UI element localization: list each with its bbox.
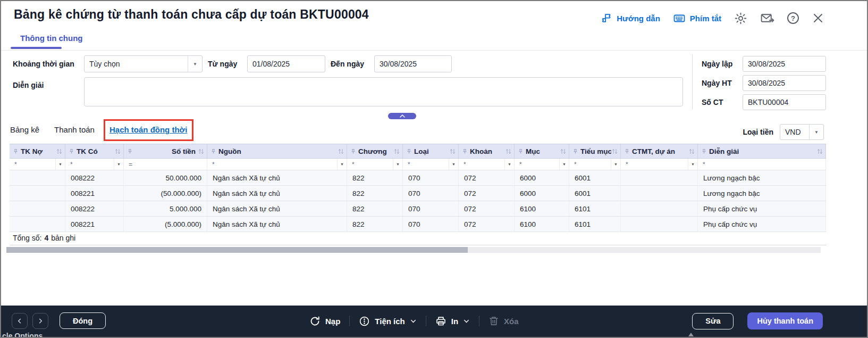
filter-dropdown-icon[interactable]: ▼ [449, 159, 458, 170]
mail-send-icon[interactable] [760, 12, 774, 25]
column-header[interactable]: Chương [347, 144, 403, 158]
description-textarea[interactable] [84, 77, 683, 106]
table-cell: 822 [347, 217, 403, 232]
period-select[interactable]: Tùy chọn [84, 55, 203, 72]
filter-cell[interactable]: *▼ [347, 159, 403, 170]
sort-icon[interactable] [198, 148, 205, 155]
close-icon[interactable] [812, 12, 824, 24]
currency-select-value: VND [780, 125, 809, 139]
filter-dropdown-icon[interactable]: ▼ [114, 159, 123, 170]
detail-tabs: Bảng kê Thanh toán Hạch toán đồng thời [10, 125, 187, 134]
filter-cell[interactable]: *▼ [569, 159, 621, 170]
sort-icon[interactable] [688, 148, 695, 155]
scroll-arrow-artifact [688, 333, 694, 336]
filter-cell[interactable]: *▼ [515, 159, 569, 170]
posting-date-input[interactable] [743, 75, 826, 91]
filter-operator: * [459, 159, 504, 170]
to-date-input[interactable] [374, 55, 452, 72]
column-header[interactable]: CTMT, dự án [621, 144, 698, 158]
tab-general-info[interactable]: Thông tin chung [20, 34, 82, 43]
sort-icon[interactable] [816, 148, 823, 155]
table-row[interactable]: 0082225.000.000Ngân sách Xã tự chủ822070… [10, 201, 826, 217]
column-header[interactable]: Tiểu mục [569, 144, 621, 158]
table-row[interactable]: 008221(5.000.000)Ngân sách Xã tự chủ8220… [10, 217, 826, 232]
reload-button[interactable]: Nạp [309, 316, 340, 327]
tab-hach-toan-label: Hạch toán đồng thời [109, 125, 187, 134]
filter-cell[interactable]: * [698, 159, 826, 170]
filter-operator: * [347, 159, 393, 170]
column-label: Chương [356, 147, 393, 155]
filter-cell[interactable]: *▼ [459, 159, 515, 170]
tab-hach-toan-dong-thoi[interactable]: Hạch toán đồng thời [109, 125, 187, 134]
utilities-button[interactable]: Tiện ích [359, 316, 416, 327]
sort-icon[interactable] [114, 148, 121, 155]
doc-number-input[interactable] [743, 94, 826, 110]
chevron-down-icon [410, 318, 417, 325]
sort-icon[interactable] [393, 148, 400, 155]
filter-dropdown-icon[interactable]: ▼ [611, 159, 620, 170]
shortcuts-link[interactable]: Phím tắt [673, 12, 721, 24]
sort-icon[interactable] [338, 148, 344, 155]
filter-cell[interactable]: *▼ [207, 159, 347, 170]
close-button[interactable]: Đóng [60, 312, 106, 329]
sort-icon[interactable] [560, 148, 567, 155]
currency-select[interactable]: VND [780, 124, 824, 140]
gear-icon[interactable] [734, 12, 747, 25]
filter-dropdown-icon[interactable]: ▼ [688, 159, 697, 170]
filter-cell[interactable]: = [124, 159, 207, 170]
column-header[interactable]: Khoản [459, 144, 515, 158]
column-label: TK Có [74, 147, 114, 155]
utilities-icon [359, 316, 370, 327]
cancel-payment-button[interactable]: Hủy thanh toán [747, 312, 823, 329]
table-cell: 6001 [569, 186, 621, 201]
chevron-down-icon[interactable] [809, 125, 823, 139]
filter-dropdown-icon[interactable]: ▼ [393, 159, 402, 170]
filter-dropdown-icon[interactable]: ▼ [504, 159, 514, 170]
active-tab-underline [11, 47, 62, 49]
filter-operator: * [65, 159, 114, 170]
filter-dropdown-icon[interactable]: ▼ [337, 159, 347, 170]
filter-cell[interactable]: *▼ [403, 159, 459, 170]
print-label: In [451, 317, 458, 326]
column-header[interactable]: TK Có [65, 144, 124, 158]
sort-icon[interactable] [56, 148, 63, 155]
collapse-header-button[interactable] [388, 113, 416, 119]
column-header[interactable]: Số tiền [124, 144, 207, 158]
delete-button[interactable]: Xóa [488, 316, 519, 326]
column-header[interactable]: Mục [515, 144, 569, 158]
column-header[interactable]: TK Nợ [10, 144, 65, 158]
previous-record-button[interactable] [12, 313, 28, 329]
filter-dropdown-icon[interactable]: ▼ [559, 159, 569, 170]
table-row[interactable]: 00822250.000.000Ngân sách Xã tự chủ82207… [10, 170, 826, 186]
table-cell: Lương ngạch bậc [698, 170, 826, 185]
print-button[interactable]: In [435, 316, 470, 327]
table-row[interactable]: 008221(50.000.000)Ngân sách Xã tự chủ822… [10, 186, 826, 201]
from-date-input[interactable] [247, 55, 325, 72]
sort-icon[interactable] [505, 148, 512, 155]
sort-icon[interactable] [611, 148, 618, 155]
created-date-label: Ngày lập [702, 60, 732, 68]
help-icon[interactable] [787, 12, 799, 24]
column-header[interactable]: Diễn giải [698, 144, 826, 158]
next-record-button[interactable] [32, 313, 48, 329]
pin-icon [350, 149, 356, 154]
tab-thanh-toan[interactable]: Thanh toán [54, 125, 95, 134]
chevron-down-icon[interactable] [188, 56, 202, 72]
horizontal-scrollbar-thumb[interactable] [6, 247, 468, 253]
column-header[interactable]: Nguồn [207, 144, 347, 158]
table-cell: 072 [459, 186, 515, 201]
pin-icon [462, 149, 468, 154]
filter-dropdown-icon[interactable]: ▼ [55, 159, 65, 170]
tab-bang-ke[interactable]: Bảng kê [10, 125, 39, 134]
created-date-input[interactable] [743, 56, 826, 72]
column-header[interactable]: Loại [403, 144, 459, 158]
table-cell: 072 [459, 201, 515, 216]
horizontal-scrollbar[interactable] [6, 247, 821, 253]
table-cell [10, 217, 65, 232]
guide-link[interactable]: Hướng dẫn [601, 12, 660, 24]
filter-cell[interactable]: *▼ [65, 159, 124, 170]
edit-button[interactable]: Sửa [692, 313, 734, 329]
filter-cell[interactable]: *▼ [10, 159, 65, 170]
sort-icon[interactable] [449, 148, 456, 155]
filter-cell[interactable]: *▼ [621, 159, 698, 170]
